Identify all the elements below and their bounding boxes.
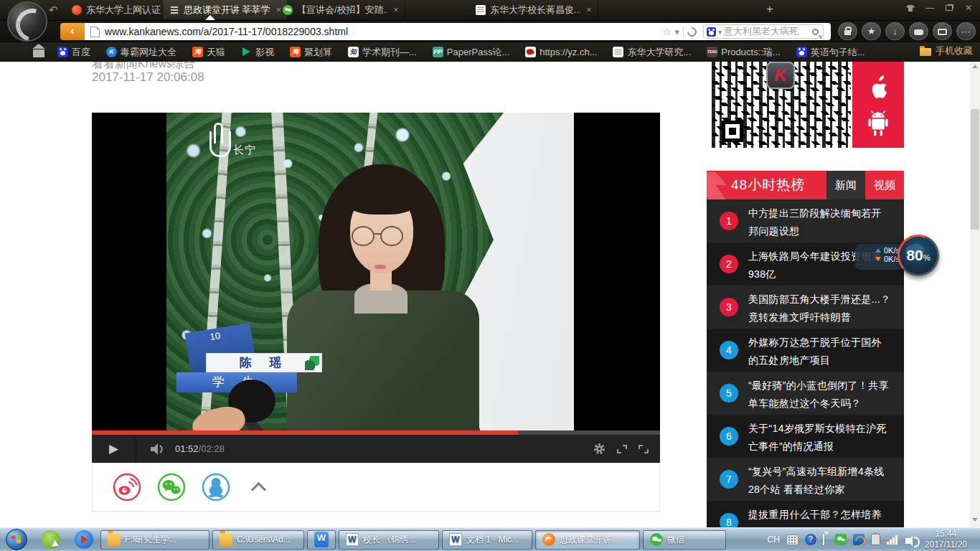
settings-gear-icon[interactable]: [593, 443, 606, 455]
restore-button[interactable]: [942, 3, 956, 14]
folder-icon: [920, 48, 931, 56]
speaker-icon[interactable]: [905, 538, 910, 544]
nav-back-icon[interactable]: ↶: [49, 4, 58, 17]
back-button[interactable]: ‹: [60, 23, 85, 40]
bookmark-tmall[interactable]: 淘天猫: [192, 46, 225, 59]
hot-item-3[interactable]: 3 美国防部五角大楼手滑还是...？竟转发推文呼吁特朗普: [707, 286, 904, 329]
search-box[interactable]: ▾ 意大利黑老大病死: [703, 24, 824, 39]
hot-item-8[interactable]: 8 提拔重用什么干部？怎样培养: [707, 501, 904, 527]
taskbar-wps-button[interactable]: W: [307, 530, 336, 550]
games-button[interactable]: [909, 22, 928, 40]
scroll-up-icon[interactable]: [972, 65, 978, 68]
engine-caret-icon[interactable]: ▾: [718, 28, 722, 36]
star-caret-icon[interactable]: ▾: [674, 27, 679, 37]
bookmark-products[interactable]: TENGProducts::瑞...: [707, 46, 780, 59]
taskbar-browser-button[interactable]: 思政课堂开讲...: [535, 530, 640, 550]
boost-ball[interactable]: 80%: [897, 235, 939, 276]
bookmark-dhu[interactable]: 东华大学研究...: [613, 46, 691, 59]
taskbar-folder2-button[interactable]: C:\Users\Ad...: [212, 530, 304, 550]
taskbar-word1-button[interactable]: W 校长 《锦绣...: [339, 530, 439, 550]
play-button[interactable]: ▶: [92, 435, 136, 463]
search-input[interactable]: 意大利黑老大病死: [724, 25, 810, 38]
keyboard-icon[interactable]: [786, 534, 798, 545]
network-signal-icon[interactable]: [887, 534, 899, 545]
share-wechat-button[interactable]: [157, 473, 186, 501]
wechat-tray-icon[interactable]: [835, 534, 847, 545]
browser-logo[interactable]: [7, 1, 47, 42]
share-qq-button[interactable]: [202, 473, 230, 501]
minimize-button[interactable]: —: [923, 3, 937, 14]
lock-button[interactable]: [838, 22, 857, 40]
new-tab-button[interactable]: +: [760, 1, 779, 17]
theater-mode-icon[interactable]: [617, 445, 627, 453]
tab-label: 【宣讲会/校招】安踏...: [297, 4, 387, 17]
bookmark-yz[interactable]: https://yz.ch...: [525, 47, 597, 57]
tab-label: 思政课堂开讲 莘莘学: [184, 4, 270, 17]
start-button[interactable]: [6, 529, 27, 550]
download-button[interactable]: ↓: [885, 22, 905, 40]
coreldraw-icon[interactable]: [42, 530, 60, 549]
media-player-icon[interactable]: [75, 530, 93, 549]
sogou-tray-icon[interactable]: [853, 534, 864, 545]
bookmark-journal[interactable]: 知学术期刊—...: [348, 46, 417, 59]
player-controls: ▶ 01:52/02:28: [92, 435, 660, 463]
volume-icon[interactable]: [151, 443, 165, 455]
video-center-button[interactable]: [933, 22, 952, 40]
hot-item-4[interactable]: 4 外媒称万达急于脱手位于国外的五处房地产项目: [707, 329, 904, 372]
hot-item-7[interactable]: 7 “复兴号”高速动车组新增4条线28个站 看看经过你家: [707, 458, 904, 501]
more-button[interactable]: ···: [956, 22, 976, 40]
tab-3[interactable]: 【宣讲会/校招】安踏... ×: [277, 0, 405, 19]
tab-news[interactable]: 新闻: [826, 171, 865, 199]
network-speed-widget[interactable]: 0K/s 0K/s: [855, 244, 904, 270]
phone-favorites[interactable]: 手机收藏: [920, 44, 973, 57]
close-window-button[interactable]: ✕: [961, 3, 976, 14]
bookmark-juhuasuan[interactable]: 淘聚划算: [290, 46, 332, 59]
taskbar-wechat-button[interactable]: 微信: [643, 530, 726, 550]
taskbar-folder1-button[interactable]: F:\研究生学...: [100, 530, 209, 550]
refresh-icon[interactable]: [685, 25, 698, 38]
hot-item-6[interactable]: 6 关于“14岁俄罗斯女模特在沪死亡事件”的情况通报: [707, 415, 904, 458]
bookmark-duba[interactable]: K毒霸网址大全: [106, 46, 176, 59]
interviewee-bangs: [346, 184, 418, 215]
hot-item-5[interactable]: 5 “最好骑”的小蓝也倒闭了！共享单车能熬过这个冬天吗？: [707, 372, 904, 415]
url-field[interactable]: www.kankanews.com/a/2017-11-17/001822900…: [85, 23, 831, 40]
clock[interactable]: 15:44 2017/11/20: [916, 529, 974, 550]
close-icon[interactable]: ×: [586, 4, 592, 15]
video-player[interactable]: 长宁 10 陈 瑶 学 生 ▶: [92, 113, 660, 463]
tab-video[interactable]: 视频: [865, 171, 904, 199]
android-icon[interactable]: [865, 109, 891, 138]
url-text[interactable]: www.kankanews.com/a/2017-11-17/001822900…: [105, 26, 663, 37]
taskbar-word2-button[interactable]: W 文档 1 - Mic...: [442, 530, 532, 550]
active-tab-caret: [205, 15, 215, 20]
bookmark-paperpass[interactable]: PPPaperPass论...: [433, 46, 509, 59]
baidu-icon: [796, 47, 807, 57]
search-engine-icon[interactable]: [707, 27, 716, 37]
hidden-icons-toggle[interactable]: [823, 534, 829, 545]
collapse-chevron-icon[interactable]: [252, 483, 268, 491]
scroll-down-icon[interactable]: [972, 518, 978, 522]
share-weibo-button[interactable]: [113, 473, 141, 501]
rank-badge: 8: [720, 513, 738, 527]
skin-button[interactable]: [903, 3, 918, 14]
search-icon[interactable]: [812, 29, 819, 35]
glasses-lens: [380, 226, 403, 246]
scrollbar-thumb[interactable]: [971, 109, 979, 230]
bookmark-video[interactable]: 影视: [241, 46, 274, 59]
clipboard-tray-icon[interactable]: [871, 534, 880, 545]
hot-item-1[interactable]: 1 中方提出三阶段解决缅甸若开邦问题设想: [707, 199, 904, 242]
tab-1[interactable]: 东华大学上网认证 ×: [66, 0, 179, 19]
apple-icon[interactable]: [866, 72, 890, 100]
tab-label: 东华大学上网认证: [86, 4, 161, 17]
article-timestamp: 2017-11-17 20:06:08: [92, 70, 204, 85]
fullscreen-icon[interactable]: [639, 445, 649, 453]
home-icon[interactable]: [33, 50, 44, 57]
help-icon[interactable]: ?: [805, 534, 816, 545]
bookmark-english[interactable]: 英语句子结...: [796, 46, 865, 59]
tab-4[interactable]: 东华大学校长蒋昌俊... ×: [470, 0, 598, 19]
bookmark-baidu[interactable]: 百度: [57, 46, 90, 59]
tab-2-active[interactable]: 思政课堂开讲 莘莘学 ×: [164, 0, 288, 19]
close-icon[interactable]: ×: [393, 4, 399, 15]
bookmark-star-icon[interactable]: ☆: [663, 27, 672, 37]
language-indicator[interactable]: CH: [767, 534, 779, 545]
favorites-button[interactable]: ★: [862, 22, 881, 40]
